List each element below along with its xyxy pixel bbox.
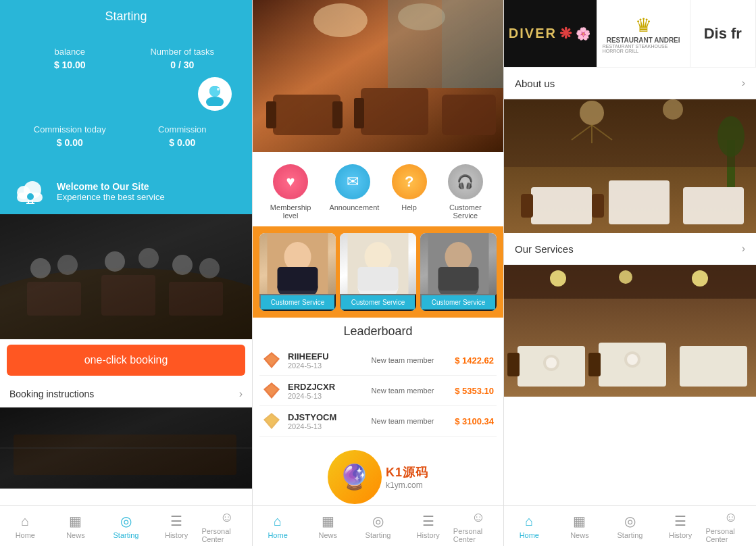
nav-starting-label: Starting <box>114 531 139 539</box>
booking-instructions-row[interactable]: Booking instructions › <box>0 381 252 407</box>
leaderboard-row-2: ERDZJCXR 2024-5-13 New team member $ 535… <box>259 376 497 406</box>
announcement-icon: ✉ <box>335 164 370 199</box>
right-home-icon: ⌂ <box>525 514 533 529</box>
history-icon: ☰ <box>170 513 182 529</box>
nav-history-label: History <box>165 531 188 539</box>
svg-point-18 <box>105 251 125 272</box>
mid-nav-home[interactable]: ⌂ Home <box>253 506 303 546</box>
cs-button-3[interactable]: Customer Service <box>420 294 497 311</box>
restaurant-subtitle: RESTAURANT STEAKHOUSE HORROR GRILL <box>603 44 684 53</box>
lb-user-3: DJSTYOCM 2024-5-13 <box>288 412 365 430</box>
booking-chevron-icon: › <box>239 388 243 400</box>
right-nav-starting[interactable]: ◎ Starting <box>605 506 655 546</box>
right-nav-personal[interactable]: ☺ Personal Center <box>705 506 756 546</box>
lb-amount-2: $ 5353.10 <box>455 386 494 396</box>
mid-nav-starting-label: Starting <box>366 531 391 539</box>
booking-instructions-label: Booking instructions <box>9 389 94 399</box>
lb-name-1: RIIHEEFU <box>288 351 365 362</box>
nav-history[interactable]: ☰ History <box>151 506 202 546</box>
lb-date-1: 2024-5-13 <box>288 362 365 370</box>
svg-point-17 <box>57 255 78 275</box>
lb-role-2: New team member <box>372 387 449 395</box>
mid-nav-history[interactable]: ☰ History <box>403 506 453 546</box>
leaderboard-row-1: RIIHEEFU 2024-5-13 New team member $ 142… <box>259 345 497 376</box>
right-nav-history[interactable]: ☰ History <box>655 506 706 546</box>
svg-rect-14 <box>101 275 155 316</box>
stats-grid-2: Commission today $ 0.00 Commission $ 0.0… <box>0 118 252 168</box>
mid-home-icon: ⌂ <box>274 514 282 529</box>
svg-point-27 <box>313 3 368 37</box>
restaurant-image-2 <box>0 407 252 489</box>
customer-service-icon: 🎧 <box>448 164 483 199</box>
svg-point-80 <box>546 357 557 368</box>
booking-button[interactable]: one-click booking <box>7 345 245 376</box>
svg-rect-66 <box>592 194 604 218</box>
mid-bottom-nav: ⌂ Home ▦ News ◎ Starting ☰ History ☺ Per… <box>253 505 503 546</box>
lb-role-1: New team member <box>372 356 449 364</box>
cs-button-2[interactable]: Customer Service <box>340 294 416 311</box>
svg-point-1 <box>206 97 224 106</box>
balance-value: $ 10.00 <box>20 59 120 70</box>
tasks-stat: Number of tasks 0 / 30 <box>126 40 239 77</box>
watermark-text: K1源码 k1ym.com <box>386 464 428 490</box>
svg-point-75 <box>692 270 708 287</box>
logo-restaurant: ♛ RESTAURANT ANDREI RESTAURANT STEAKHOUS… <box>597 0 690 67</box>
nav-news[interactable]: ▦ News <box>51 506 101 546</box>
diver-icon2: 🌸 <box>576 26 592 41</box>
leaderboard-row-3: DJSTYOCM 2024-5-13 New team member $ 310… <box>259 406 497 437</box>
welcome-subtitle: Experience the best service <box>57 192 165 202</box>
right-news-icon: ▦ <box>573 513 586 529</box>
mid-nav-news[interactable]: ▦ News <box>303 506 353 546</box>
membership-menu-item[interactable]: ♥ Membership level <box>267 164 314 220</box>
lb-name-3: DJSTYOCM <box>288 412 365 422</box>
right-restaurant-image-1 <box>504 99 756 233</box>
cs-card-1: Customer Service <box>259 233 336 311</box>
svg-rect-62 <box>531 187 592 224</box>
crown-icon: ♛ <box>635 14 652 36</box>
nav-personal[interactable]: ☺ Personal Center <box>201 506 252 546</box>
left-bottom-nav: ⌂ Home ▦ News ◎ Starting ☰ History ☺ Per… <box>0 505 252 546</box>
diver-text: DIVER <box>509 26 557 41</box>
svg-point-73 <box>550 270 566 287</box>
svg-point-82 <box>627 354 638 365</box>
stats-grid: balance $ 10.00 Number of tasks 0 / 30 <box>0 33 252 77</box>
avatar <box>198 77 232 111</box>
announcement-menu-item[interactable]: ✉ Announcement <box>329 164 376 220</box>
cs-button-1[interactable]: Customer Service <box>259 294 336 311</box>
right-personal-icon: ☺ <box>724 510 737 525</box>
help-menu-item[interactable]: ? Help <box>392 164 427 220</box>
commission-label: Commission <box>133 124 232 134</box>
customer-service-menu-item[interactable]: 🎧 Customer Service <box>442 164 489 220</box>
nav-home[interactable]: ⌂ Home <box>0 506 51 546</box>
svg-rect-83 <box>507 353 520 376</box>
lb-role-3: New team member <box>372 417 449 425</box>
welcome-banner: Welcome to Our Site Experience the best … <box>0 168 252 214</box>
about-us-row[interactable]: About us › <box>504 68 756 99</box>
lb-date-3: 2024-5-13 <box>288 422 365 430</box>
our-services-row[interactable]: Our Services › <box>504 233 756 265</box>
welcome-text: Welcome to Our Site Experience the best … <box>57 181 165 202</box>
about-label: About us <box>515 78 555 89</box>
welcome-title: Welcome to Our Site <box>57 181 165 192</box>
svg-rect-23 <box>14 435 236 475</box>
help-icon: ? <box>392 164 427 199</box>
nav-starting[interactable]: ◎ Starting <box>101 506 151 546</box>
membership-label: Membership level <box>267 203 314 220</box>
commission-today-value: $ 0.00 <box>20 137 120 148</box>
logo-diver: DIVER ❋ 🌸 <box>504 0 597 67</box>
mid-nav-starting[interactable]: ◎ Starting <box>353 506 403 546</box>
right-nav-news[interactable]: ▦ News <box>555 506 605 546</box>
mid-nav-personal[interactable]: ☺ Personal Center <box>453 506 503 546</box>
menu-icons-row: ♥ Membership level ✉ Announcement ? Help… <box>253 152 503 226</box>
right-nav-home[interactable]: ⌂ Home <box>504 506 555 546</box>
logo-dis: Dis fr <box>690 0 757 67</box>
nav-home-label: Home <box>16 531 35 539</box>
svg-rect-31 <box>442 95 496 135</box>
leaderboard-title: Leaderboard <box>259 324 497 339</box>
mid-personal-icon: ☺ <box>472 510 485 525</box>
svg-point-19 <box>138 248 159 268</box>
lb-amount-1: $ 1422.62 <box>455 355 494 366</box>
left-header: Starting <box>0 0 252 33</box>
commission-value: $ 0.00 <box>133 137 232 148</box>
balance-stat: balance $ 10.00 <box>14 40 126 77</box>
